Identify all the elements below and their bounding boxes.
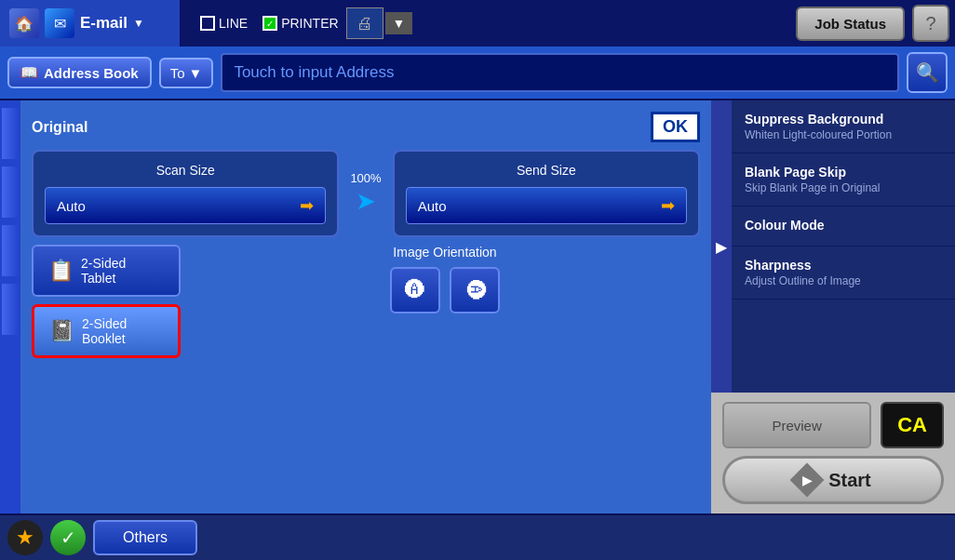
scan-size-box: Scan Size Auto ➡ — [32, 150, 339, 237]
preview-button[interactable]: Preview — [722, 402, 871, 448]
left-tab-3[interactable] — [2, 225, 19, 276]
orientation-buttons: 🅐 🅐 — [390, 267, 500, 313]
job-status-button[interactable]: Job Status — [796, 7, 905, 41]
scan-auto-dropdown[interactable]: Auto ➡ — [45, 187, 326, 224]
panel-item-title-suppress: Suppress Background — [745, 112, 942, 127]
top-header: 🏠 ✉ E-mail ▼ LINE ✓ PRINTER 🖨 ▼ Job Stat… — [0, 0, 955, 47]
home-icon: 🏠 — [9, 8, 39, 38]
panel-item-title-sharpness: Sharpness — [745, 258, 942, 273]
scan-size-label: Scan Size — [45, 163, 326, 178]
panel-item-title-blank: Blank Page Skip — [745, 165, 942, 180]
landscape-icon: 🅐 — [463, 280, 487, 300]
panel-items-list: Suppress Background Whiten Light-coloure… — [732, 100, 955, 393]
ok-badge[interactable]: OK — [651, 112, 700, 142]
original-header-row: Original OK — [32, 112, 700, 142]
sided-buttons-group: 📋 2-Sided Tablet 📓 2-Sided Booklet — [32, 245, 181, 358]
panel-scroll-area: ▶ Suppress Background Whiten Light-colou… — [711, 100, 955, 393]
booklet-page-icon: 📓 — [49, 319, 74, 343]
panel-toggle-button[interactable]: ▶ — [711, 100, 732, 393]
panel-item-sub-sharpness: Adjust Outline of Image — [745, 274, 942, 287]
printer-label: PRINTER — [281, 16, 338, 31]
printer-graphic: 🖨 — [346, 7, 383, 39]
printer-indicator: ✓ PRINTER — [262, 16, 338, 31]
start-diamond-icon: ▶ — [790, 463, 825, 498]
portrait-icon: 🅐 — [405, 278, 425, 301]
two-sided-booklet-label: 2-Sided Booklet — [82, 316, 127, 346]
two-sided-booklet-button[interactable]: 📓 2-Sided Booklet — [32, 304, 181, 358]
send-size-box: Send Size Auto ➡ — [393, 150, 700, 237]
two-sided-tablet-label: 2-Sided Tablet — [81, 256, 126, 286]
check-button[interactable]: ✓ — [50, 520, 86, 555]
email-tab[interactable]: 🏠 ✉ E-mail ▼ — [0, 0, 182, 47]
left-tab-2[interactable] — [2, 167, 19, 218]
others-button[interactable]: Others — [93, 520, 197, 555]
auto-arrow-icon: ➡ — [300, 195, 314, 216]
panel-item-colour-mode[interactable]: Colour Mode — [732, 207, 955, 247]
book-icon: 📖 — [20, 64, 38, 81]
send-auto-dropdown[interactable]: Auto ➡ — [406, 187, 687, 224]
email-icon: ✉ — [45, 8, 74, 38]
bottom-bar: ★ ✓ Others — [0, 513, 955, 560]
tablet-page-icon: 📋 — [48, 259, 74, 283]
orientation-portrait-button[interactable]: 🅐 — [390, 267, 440, 313]
address-book-label: Address Book — [44, 65, 139, 81]
right-arrow-icon: ➤ — [356, 187, 376, 216]
line-indicator: LINE — [200, 16, 248, 31]
start-button[interactable]: ▶ Start — [722, 456, 944, 504]
to-label: To — [170, 65, 185, 81]
right-panel: ▶ Suppress Background Whiten Light-colou… — [711, 100, 955, 513]
address-input[interactable]: Touch to input Address — [221, 53, 899, 92]
bottom-controls: Preview CA ▶ Start — [711, 393, 955, 513]
two-sided-tablet-button[interactable]: 📋 2-Sided Tablet — [32, 245, 181, 297]
middle-section: Original OK Scan Size Auto ➡ 100% ➤ — [0, 100, 955, 513]
address-book-button[interactable]: 📖 Address Book — [7, 57, 152, 88]
printer-dropdown-btn[interactable]: ▼ — [385, 12, 413, 34]
panel-item-sub-suppress: Whiten Light-coloured Portion — [745, 128, 942, 141]
preview-ca-row: Preview CA — [722, 402, 944, 448]
line-label: LINE — [219, 16, 248, 31]
left-tab-4[interactable] — [2, 284, 19, 335]
search-button[interactable]: 🔍 — [907, 52, 948, 93]
buttons-orientation-row: 📋 2-Sided Tablet 📓 2-Sided Booklet Image… — [32, 245, 700, 358]
center-content: Original OK Scan Size Auto ➡ 100% ➤ — [20, 100, 711, 513]
help-icon[interactable]: ? — [912, 5, 949, 42]
to-dropdown-icon: ▼ — [189, 65, 203, 81]
dropdown-arrow-icon: ▼ — [133, 17, 144, 30]
start-label: Start — [828, 470, 871, 491]
email-label: E-mail — [80, 14, 128, 33]
to-button[interactable]: To ▼ — [159, 58, 214, 88]
orientation-landscape-button[interactable]: 🅐 — [450, 267, 500, 313]
scan-send-row: Scan Size Auto ➡ 100% ➤ Send Size Auto — [32, 150, 700, 237]
panel-item-sub-blank: Skip Blank Page in Original — [745, 181, 942, 194]
image-orientation-section: Image Orientation 🅐 🅐 — [190, 245, 700, 313]
left-sidebar — [0, 100, 20, 513]
percent-label: 100% — [350, 171, 381, 185]
star-button[interactable]: ★ — [7, 520, 43, 555]
panel-item-sharpness[interactable]: Sharpness Adjust Outline of Image — [732, 247, 955, 300]
panel-item-blank-page-skip[interactable]: Blank Page Skip Skip Blank Page in Origi… — [732, 153, 955, 207]
ca-button[interactable]: CA — [881, 402, 944, 448]
percent-indicator: 100% ➤ — [346, 171, 384, 216]
line-checkbox — [200, 16, 215, 31]
send-arrow-icon: ➡ — [661, 195, 675, 216]
app-container: 🏠 ✉ E-mail ▼ LINE ✓ PRINTER 🖨 ▼ Job Stat… — [0, 0, 955, 560]
send-size-label: Send Size — [406, 163, 687, 178]
printer-check-icon: ✓ — [262, 16, 277, 31]
address-bar: 📖 Address Book To ▼ Touch to input Addre… — [0, 47, 955, 100]
panel-item-title-colour: Colour Mode — [745, 218, 942, 233]
panel-item-suppress-background[interactable]: Suppress Background Whiten Light-coloure… — [732, 100, 955, 153]
original-label: Original — [32, 119, 87, 136]
left-tab-1[interactable] — [2, 108, 19, 159]
image-orientation-label: Image Orientation — [393, 245, 496, 260]
